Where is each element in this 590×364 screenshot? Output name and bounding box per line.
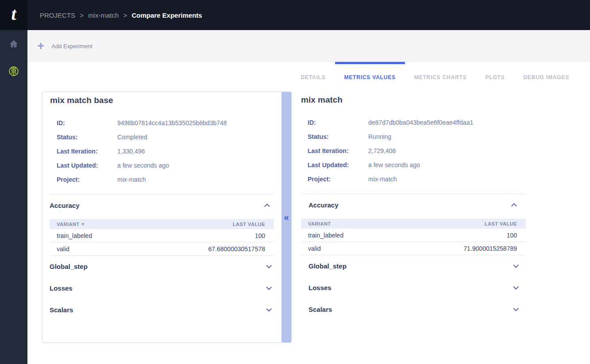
tab-details[interactable]: DETAILS — [291, 62, 335, 88]
last-value-cell: 100 — [255, 232, 265, 239]
experiment-panel-compare: mix match ID: de87d7db0ba043bea5e6f0eae4… — [301, 92, 526, 320]
collapse-panel-button[interactable]: « — [281, 211, 292, 223]
field-value: 2,729,408 — [368, 147, 396, 154]
table-row: valid 67.68000030517578 — [50, 242, 274, 256]
field-label: Last Updated: — [57, 162, 117, 169]
field-label: ID: — [308, 119, 368, 126]
metrics-table: VARIANT LAST VALUE train_labeled 100 val… — [301, 218, 526, 255]
table-header-row: VARIANT ▾ LAST VALUE — [50, 219, 274, 229]
tab-plots[interactable]: PLOTS — [476, 62, 514, 88]
last-value-cell: 100 — [507, 232, 517, 239]
field-label: Last Iteration: — [308, 147, 368, 154]
breadcrumb-projects[interactable]: PROJECTS — [40, 11, 75, 19]
sidebar-item-home[interactable] — [0, 30, 27, 57]
field-value: 9498b07814cc4a13b535025b8bd3b748 — [117, 119, 227, 126]
info-row-id: ID: 9498b07814cc4a13b535025b8bd3b748 — [57, 116, 291, 130]
experiment-panel-base: mix match base ID: 9498b07814cc4a13b5350… — [42, 92, 292, 343]
breadcrumb: PROJECTS > mix-match > Compare Experimen… — [40, 11, 205, 19]
field-label: ID: — [57, 119, 117, 126]
tab-metrics-values[interactable]: METRICS VALUES — [335, 62, 405, 88]
field-value: a few seconds ago — [117, 162, 169, 169]
add-experiment-label: Add Experiment — [51, 43, 93, 50]
tab-bar: DETAILS METRICS VALUES METRICS CHARTS PL… — [291, 62, 578, 88]
field-label: Status: — [308, 133, 368, 140]
section-header-global-step[interactable]: Global_step — [301, 255, 526, 277]
section-title: Global_step — [308, 262, 347, 270]
chevron-down-icon — [513, 262, 519, 268]
table-row: train_labeled 100 — [50, 229, 274, 242]
section-header-accuracy[interactable]: Accuracy — [50, 195, 274, 216]
brain-icon — [8, 65, 19, 77]
breadcrumb-project-name[interactable]: mix-match — [88, 11, 119, 19]
experiment-title: mix match — [301, 92, 526, 105]
info-row-status: Status: Completed — [57, 130, 291, 144]
app-logo[interactable]: t — [0, 0, 27, 30]
sidebar-item-brain[interactable] — [0, 57, 27, 85]
column-header-last-value[interactable]: LAST VALUE — [233, 222, 265, 227]
add-experiment-button[interactable]: + Add Experiment — [37, 30, 93, 62]
variant-cell: valid — [57, 245, 69, 253]
field-value: 1,330,496 — [117, 148, 145, 155]
field-label: Last Iteration: — [57, 148, 117, 155]
section-title: Losses — [50, 284, 73, 292]
variant-cell: train_labeled — [57, 232, 92, 239]
chevron-down-icon — [266, 306, 272, 312]
variant-cell: valid — [308, 245, 321, 252]
plus-icon: + — [37, 40, 44, 52]
status-value: Completed — [117, 134, 147, 141]
section-header-scalars[interactable]: Scalars — [50, 299, 274, 321]
section-title: Losses — [308, 284, 332, 291]
collapsed-sections: Global_step Losses Scalars — [42, 256, 291, 321]
column-header-last-value[interactable]: LAST VALUE — [485, 221, 517, 226]
field-label: Status: — [57, 134, 117, 141]
tab-debug-images[interactable]: DEBUG IMAGES — [514, 62, 578, 88]
info-row-project: Project: mix-match — [57, 172, 291, 187]
last-value-cell: 71.9000015258789 — [463, 245, 517, 252]
section-title: Global_step — [50, 263, 88, 270]
field-value: de87d7db0ba043bea5e6f0eae4ffdaa1 — [368, 119, 473, 126]
chevron-down-icon — [266, 284, 272, 290]
column-header-variant[interactable]: VARIANT — [57, 222, 80, 227]
section-header-losses[interactable]: Losses — [50, 277, 274, 299]
field-label: Project: — [57, 176, 117, 183]
field-value: mix-match — [117, 176, 146, 183]
info-row-last-iteration: Last Iteration: 1,330,496 — [57, 144, 291, 158]
variant-cell: train_labeled — [308, 232, 343, 239]
trains-logo-icon: t — [11, 5, 16, 23]
section-header-scalars[interactable]: Scalars — [301, 299, 526, 320]
status-value: Running — [368, 133, 391, 140]
chevron-down-icon — [266, 263, 272, 268]
chevron-down-icon — [513, 306, 519, 311]
info-row-last-updated: Last Updated: a few seconds ago — [57, 158, 291, 172]
home-icon — [9, 39, 19, 49]
experiment-info: ID: de87d7db0ba043bea5e6f0eae4ffdaa1 Sta… — [308, 115, 526, 186]
table-header-row: VARIANT LAST VALUE — [301, 218, 526, 229]
breadcrumb-separator: > — [80, 11, 84, 19]
breadcrumb-current-page: Compare Experiments — [131, 11, 202, 19]
sort-descending-icon[interactable]: ▾ — [82, 222, 85, 226]
info-row-last-updated: Last Updated: a few seconds ago — [308, 158, 526, 172]
section-header-global-step[interactable]: Global_step — [50, 256, 274, 277]
field-label: Last Updated: — [308, 161, 368, 169]
section-title: Accuracy — [50, 202, 80, 209]
chevron-up-icon — [264, 203, 270, 209]
section-header-accuracy[interactable]: Accuracy — [301, 194, 526, 215]
table-row: valid 71.9000015258789 — [301, 242, 526, 255]
tab-metrics-charts[interactable]: METRICS CHARTS — [405, 62, 476, 88]
collapsed-sections: Global_step Losses Scalars — [301, 255, 526, 320]
section-header-losses[interactable]: Losses — [301, 277, 526, 299]
info-row-id: ID: de87d7db0ba043bea5e6f0eae4ffdaa1 — [308, 115, 526, 130]
section-title: Scalars — [50, 306, 73, 314]
chevron-down-icon — [513, 284, 519, 290]
column-header-variant[interactable]: VARIANT — [308, 221, 331, 226]
top-bar: t PROJECTS > mix-match > Compare Experim… — [0, 0, 590, 30]
breadcrumb-separator: > — [123, 11, 127, 19]
toolbar: + Add Experiment — [27, 30, 590, 62]
last-value-cell: 67.68000030517578 — [208, 245, 265, 253]
field-value: mix-match — [368, 176, 397, 183]
table-row: train_labeled 100 — [301, 229, 526, 242]
experiment-title: mix match base — [42, 92, 291, 105]
info-row-last-iteration: Last Iteration: 2,729,408 — [308, 144, 526, 158]
field-value: a few seconds ago — [368, 161, 420, 169]
experiment-info: ID: 9498b07814cc4a13b535025b8bd3b748 Sta… — [57, 116, 291, 187]
